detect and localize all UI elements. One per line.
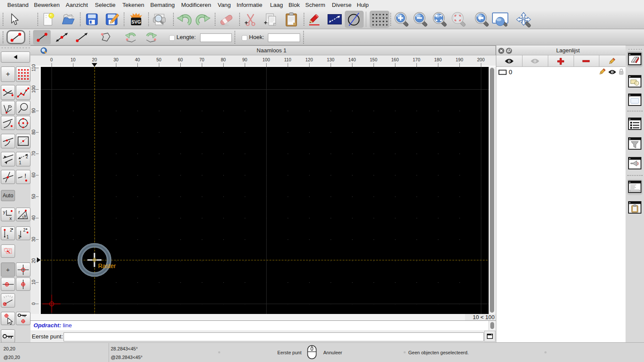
svg-text:SVG: SVG <box>131 19 141 24</box>
svg-text:60: 60 <box>178 57 183 62</box>
svg-text:140: 140 <box>348 57 356 62</box>
svg-text:10: 10 <box>31 280 36 285</box>
svg-text:170: 170 <box>413 57 420 62</box>
svg-text:70: 70 <box>31 151 36 156</box>
svg-text:120: 120 <box>305 57 313 62</box>
svg-text:50: 50 <box>31 194 36 199</box>
svg-text:200: 200 <box>477 57 485 62</box>
svg-text:80: 80 <box>221 57 226 62</box>
svg-text:100: 100 <box>31 85 36 93</box>
svg-text:40: 40 <box>135 57 140 62</box>
svg-text:30: 30 <box>31 237 36 242</box>
svg-text:40: 40 <box>31 215 36 220</box>
svg-text:2: 2 <box>23 228 26 232</box>
svg-text:1: 1 <box>6 235 9 239</box>
svg-text:1: 1 <box>19 160 21 165</box>
svg-text:100: 100 <box>262 57 270 62</box>
svg-text:60: 60 <box>31 172 36 178</box>
svg-text:160: 160 <box>391 57 399 62</box>
svg-text:90: 90 <box>242 57 247 62</box>
svg-text:y: y <box>3 209 6 214</box>
svg-text:0: 0 <box>31 302 36 305</box>
svg-text:10: 10 <box>70 57 76 62</box>
svg-text:150: 150 <box>370 57 377 62</box>
svg-text:a: a <box>24 214 26 218</box>
svg-text:90: 90 <box>31 108 36 113</box>
svg-text:110: 110 <box>284 57 292 62</box>
svg-text:!: ! <box>24 172 26 179</box>
svg-text:2: 2 <box>26 154 28 159</box>
svg-text:50: 50 <box>156 57 161 62</box>
svg-text:Raster: Raster <box>98 262 116 269</box>
svg-text:190: 190 <box>456 57 463 62</box>
svg-text:180: 180 <box>434 57 442 62</box>
svg-text:2: 2 <box>10 228 12 232</box>
svg-text:110: 110 <box>31 64 36 71</box>
svg-text:x: x <box>9 216 12 220</box>
svg-text:20: 20 <box>92 57 97 62</box>
svg-text:0: 0 <box>50 57 53 62</box>
svg-text:130: 130 <box>327 57 334 62</box>
svg-text:20: 20 <box>31 258 36 263</box>
svg-text:r: r <box>18 210 20 214</box>
svg-text:80: 80 <box>31 130 36 135</box>
svg-text:30: 30 <box>113 57 118 62</box>
svg-text:70: 70 <box>199 57 204 62</box>
svg-text:1: 1 <box>18 235 21 239</box>
